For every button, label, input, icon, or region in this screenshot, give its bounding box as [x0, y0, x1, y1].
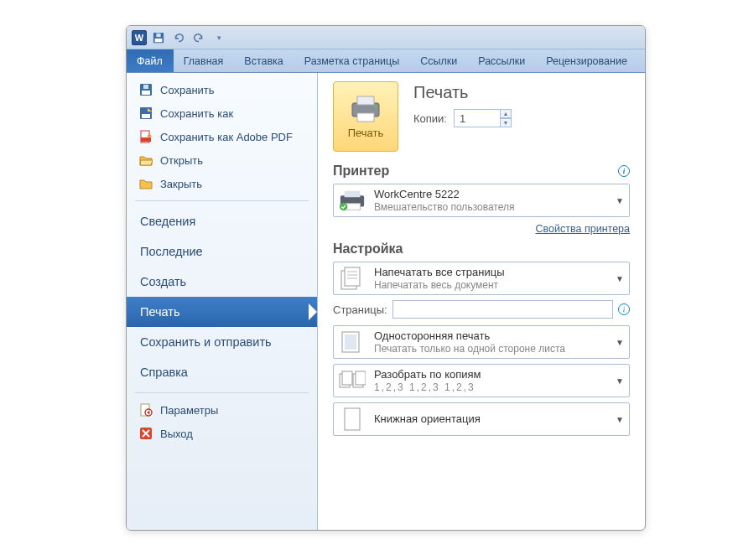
- print-pane: Печать Печать Копии: 1 ▲ ▼: [318, 73, 645, 530]
- printer-name: WorkCentre 5222: [374, 188, 607, 201]
- pages-input[interactable]: [392, 300, 613, 319]
- chevron-down-icon: ▼: [616, 376, 624, 386]
- collate-icon: [339, 368, 366, 393]
- svg-rect-7: [142, 114, 150, 118]
- exit-icon: [138, 426, 153, 441]
- sidebar-section-help[interactable]: Справка: [127, 357, 317, 387]
- sidebar-item-exit[interactable]: Выход: [127, 422, 317, 445]
- duplex-sub: Печатать только на одной стороне листа: [374, 343, 607, 355]
- printer-section-header: Принтер: [333, 163, 389, 179]
- chevron-down-icon: ▼: [616, 415, 624, 424]
- collate-selector[interactable]: Разобрать по копиям 1,2,3 1,2,3 1,2,3 ▼: [333, 364, 630, 397]
- qat-redo-button[interactable]: [190, 29, 207, 46]
- duplex-title: Односторонняя печать: [374, 329, 607, 343]
- printer-device-icon: [339, 188, 366, 213]
- tab-references[interactable]: Ссылки: [410, 49, 468, 72]
- sidebar-item-label: Выход: [160, 428, 193, 440]
- sidebar-section-info[interactable]: Сведения: [127, 206, 317, 236]
- svg-rect-5: [143, 85, 148, 89]
- info-icon[interactable]: i: [618, 303, 630, 315]
- word-app-icon: W: [132, 30, 147, 45]
- svg-point-21: [340, 203, 347, 210]
- svg-rect-4: [142, 91, 150, 95]
- svg-rect-16: [357, 113, 374, 122]
- ribbon-tabs: Файл Главная Вставка Разметка страницы С…: [127, 49, 645, 73]
- orientation-title: Книжная ориентация: [374, 412, 607, 426]
- sidebar-item-options[interactable]: Параметры: [127, 398, 317, 422]
- qat-undo-button[interactable]: [170, 29, 187, 46]
- portrait-icon: [339, 407, 366, 432]
- sidebar-item-label: Сохранить: [160, 84, 215, 96]
- info-icon[interactable]: i: [618, 165, 630, 177]
- pages-stack-icon: [339, 266, 366, 291]
- sidebar-item-label: Сохранить как: [160, 107, 233, 120]
- copies-increment-button[interactable]: ▲: [500, 109, 512, 118]
- copies-decrement-button[interactable]: ▼: [500, 118, 512, 127]
- sidebar-item-label: Параметры: [160, 404, 218, 417]
- tab-page-layout[interactable]: Разметка страницы: [294, 49, 410, 72]
- svg-rect-2: [156, 33, 160, 36]
- sidebar-section-print[interactable]: Печать: [127, 297, 317, 327]
- sidebar-item-label: Открыть: [160, 154, 203, 167]
- sidebar-divider: [135, 200, 309, 201]
- options-icon: [138, 402, 153, 417]
- qat-customize-button[interactable]: ▾: [210, 29, 227, 46]
- app-window: W ▾ Файл Главная Вставка Разметка страни…: [126, 25, 646, 531]
- qat-save-button[interactable]: [150, 29, 167, 46]
- print-title: Печать: [413, 83, 512, 102]
- svg-rect-32: [356, 371, 366, 385]
- backstage-sidebar: Сохранить Сохранить как Сохранить как Ad…: [127, 73, 318, 530]
- svg-rect-23: [345, 267, 360, 286]
- svg-rect-1: [155, 38, 163, 41]
- tab-home[interactable]: Главная: [174, 49, 235, 72]
- sidebar-item-save[interactable]: Сохранить: [127, 78, 317, 101]
- collate-title: Разобрать по копиям: [374, 368, 607, 381]
- duplex-selector[interactable]: Односторонняя печать Печатать только на …: [333, 325, 630, 359]
- quick-access-toolbar: W ▾: [127, 26, 645, 49]
- svg-rect-15: [357, 96, 374, 105]
- svg-rect-19: [345, 191, 361, 198]
- tab-file[interactable]: Файл: [127, 49, 174, 72]
- pdf-icon: [138, 129, 153, 144]
- printer-icon: [349, 95, 382, 123]
- printer-properties-link[interactable]: Свойства принтера: [536, 223, 630, 235]
- sidebar-section-new[interactable]: Создать: [127, 267, 317, 297]
- print-button[interactable]: Печать: [333, 81, 398, 152]
- sidebar-item-save-as-pdf[interactable]: Сохранить как Adobe PDF: [127, 125, 317, 148]
- svg-rect-30: [342, 371, 352, 385]
- sidebar-item-close[interactable]: Закрыть: [127, 172, 317, 195]
- sidebar-section-save-send[interactable]: Сохранить и отправить: [127, 327, 317, 357]
- print-range-sub: Напечатать весь документ: [374, 279, 607, 291]
- copies-input[interactable]: 1: [454, 109, 501, 127]
- copies-label: Копии:: [413, 112, 447, 125]
- settings-section-header: Настройка: [333, 241, 403, 257]
- one-sided-icon: [339, 329, 366, 355]
- svg-rect-28: [345, 334, 356, 350]
- backstage-view: Сохранить Сохранить как Сохранить как Ad…: [127, 73, 645, 530]
- pages-label: Страницы:: [333, 303, 387, 316]
- orientation-selector[interactable]: Книжная ориентация ▼: [333, 402, 630, 436]
- save-icon: [138, 82, 153, 97]
- tab-insert[interactable]: Вставка: [234, 49, 294, 72]
- printer-selector[interactable]: WorkCentre 5222 Вмешательство пользовате…: [333, 184, 630, 217]
- sidebar-section-recent[interactable]: Последние: [127, 236, 317, 267]
- chevron-down-icon: ▼: [616, 274, 624, 283]
- tab-mailings[interactable]: Рассылки: [468, 49, 536, 72]
- close-folder-icon: [138, 176, 153, 191]
- chevron-down-icon: ▼: [616, 338, 624, 347]
- tab-review[interactable]: Рецензирование: [536, 49, 638, 72]
- save-as-icon: [138, 106, 153, 121]
- print-range-selector[interactable]: Напечатать все страницы Напечатать весь …: [333, 262, 630, 295]
- chevron-down-icon: ▼: [616, 196, 624, 205]
- sidebar-divider: [135, 392, 309, 393]
- collate-sub: 1,2,3 1,2,3 1,2,3: [374, 381, 607, 393]
- open-folder-icon: [138, 153, 153, 168]
- sidebar-item-label: Сохранить как Adobe PDF: [160, 131, 293, 143]
- sidebar-item-save-as[interactable]: Сохранить как: [127, 101, 317, 125]
- svg-point-12: [148, 412, 150, 414]
- sidebar-item-label: Закрыть: [160, 178, 202, 190]
- sidebar-item-open[interactable]: Открыть: [127, 148, 317, 172]
- printer-status: Вмешательство пользователя: [374, 201, 607, 213]
- svg-point-17: [374, 105, 377, 107]
- svg-rect-33: [345, 408, 360, 430]
